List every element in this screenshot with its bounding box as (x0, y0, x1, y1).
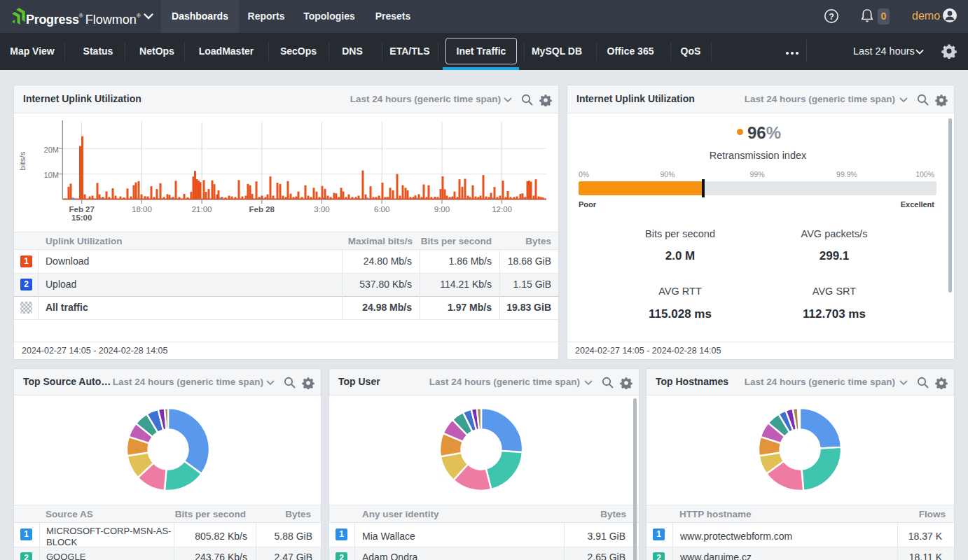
svg-text:9:00: 9:00 (434, 205, 450, 214)
svg-text:15:00: 15:00 (71, 214, 92, 222)
svg-text:?: ? (829, 12, 834, 22)
svg-text:21:00: 21:00 (192, 205, 212, 214)
svg-text:Feb 28: Feb 28 (249, 205, 275, 214)
svg-text:12:00: 12:00 (492, 205, 512, 214)
svg-text:6:00: 6:00 (374, 205, 389, 214)
svg-text:20M: 20M (44, 146, 59, 154)
svg-text:10M: 10M (44, 171, 59, 179)
svg-text:bits/s: bits/s (18, 151, 27, 170)
svg-text:3:00: 3:00 (314, 205, 329, 214)
svg-text:18:00: 18:00 (132, 205, 152, 214)
svg-text:Feb 27: Feb 27 (69, 205, 94, 214)
